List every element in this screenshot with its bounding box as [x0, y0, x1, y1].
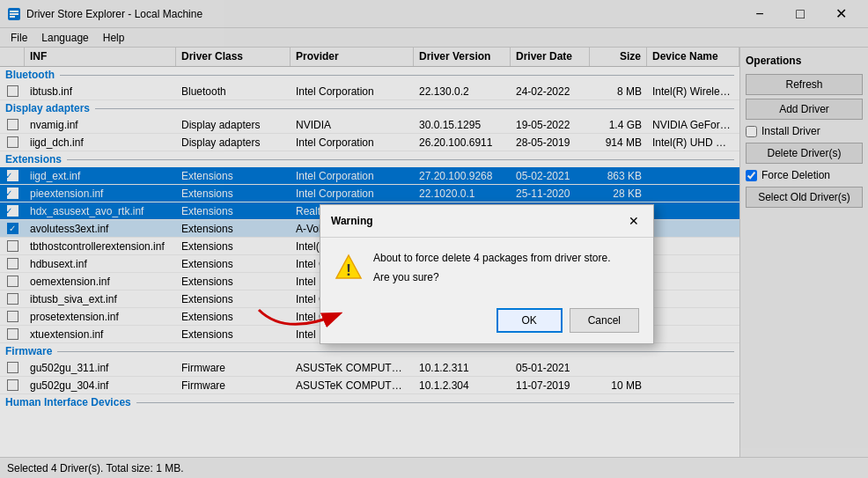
dialog-body: ! About to force delete 4 packages from …	[320, 238, 653, 301]
dialog-message: About to force delete 4 packages from dr…	[373, 252, 639, 290]
dialog-ok-button[interactable]: OK	[497, 308, 563, 333]
dialog-message2: Are you sure?	[373, 271, 639, 283]
dialog-cancel-button[interactable]: Cancel	[570, 308, 639, 333]
warning-dialog: Warning ✕ ! About to force delete 4 pack…	[320, 204, 654, 344]
dialog-close-button[interactable]: ✕	[625, 212, 643, 230]
dialog-overlay: Warning ✕ ! About to force delete 4 pack…	[0, 0, 868, 478]
dialog-footer: OK Cancel	[320, 301, 653, 343]
svg-text:!: !	[346, 261, 351, 279]
dialog-title-bar: Warning ✕	[320, 205, 653, 238]
warning-icon: !	[335, 254, 363, 282]
dialog-message1: About to force delete 4 packages from dr…	[373, 252, 639, 264]
dialog-title: Warning	[331, 215, 373, 227]
